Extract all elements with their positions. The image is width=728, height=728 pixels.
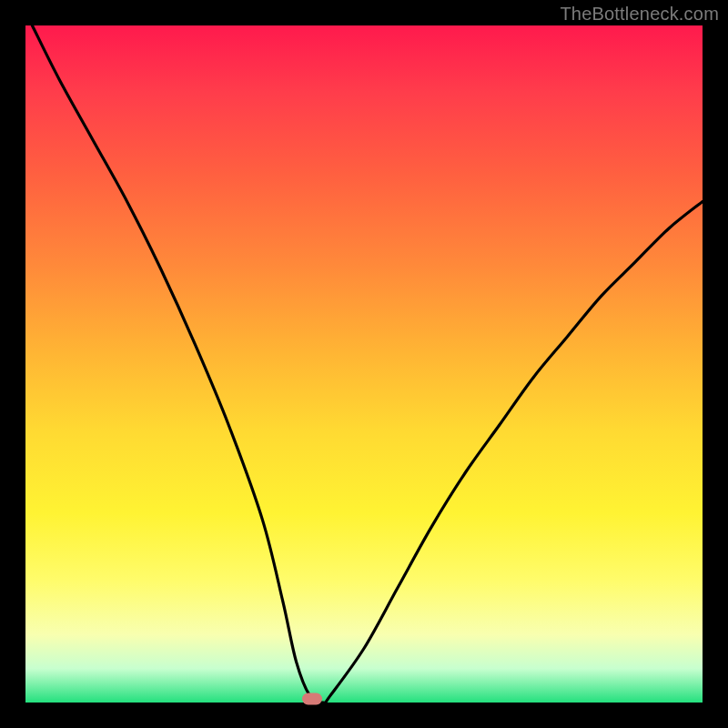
plot-area	[25, 25, 703, 703]
curve-svg	[25, 25, 703, 703]
bottleneck-curve	[32, 25, 703, 703]
watermark-text: TheBottleneck.com	[560, 4, 719, 25]
optimum-marker	[302, 693, 322, 705]
chart-frame: TheBottleneck.com	[0, 0, 728, 728]
